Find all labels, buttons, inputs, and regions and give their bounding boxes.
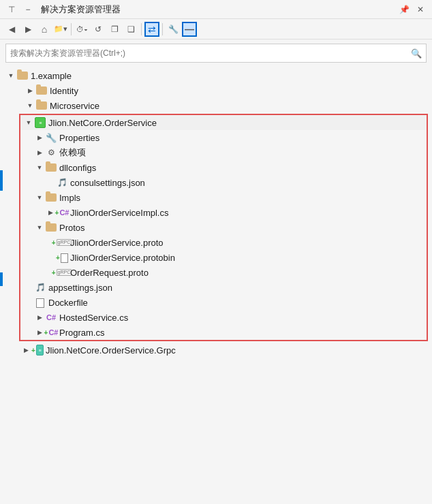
tree-item-microservice[interactable]: ▼ Microservice [0,98,432,113]
title-bar-right-icons: 📌 ✕ [397,2,428,17]
tree-item-proto1[interactable]: + gRPC JlionOrderService.proto [20,235,427,250]
tree-item-solution[interactable]: ▼ 1.example [0,68,432,83]
back-button[interactable]: ◀ [4,22,19,37]
pin-icon[interactable]: ⊤ [4,2,19,17]
plus-badge3: + [56,254,60,262]
program-label: Program.cs [59,328,104,338]
solution-tree: ▼ 1.example ▶ Identity ▼ Microservice [0,67,432,504]
expand-dllconfigs-icon[interactable]: ▼ [34,162,45,173]
expand-microservice-icon[interactable]: ▼ [25,100,35,111]
tree-item-appsettings[interactable]: 🎵 appsettings.json [20,280,427,295]
appsettings-json-icon: 🎵 [34,282,46,293]
divider3 [162,23,163,35]
proto1-label: JlionOrderService.proto [70,238,164,248]
appsettings-label: appsettings.json [48,283,112,293]
plus-badge5: + [44,329,48,336]
expand-impls-icon[interactable]: ▼ [34,192,45,203]
ordergrpc-project-icon: + ≡ [31,345,44,356]
proto2-grpc-icon: + gRPC [56,267,68,278]
title-bar-left-icons: ⊤ − [4,2,35,17]
ordergrpc-label: Jlion.NetCore.OrderService.Grpc [46,345,176,356]
minimize-icon[interactable]: − [20,2,35,17]
tree-item-dllconfigs[interactable]: ▼ dllconfigs [20,160,427,175]
search-bar[interactable]: 🔍 [5,44,427,63]
tree-item-hostedservice[interactable]: ▶ C# HostedService.cs [20,310,427,325]
grpc-badge2: gRPC [57,269,72,276]
refresh-button[interactable]: ↺ [91,22,106,37]
search-container: 🔍 [0,40,432,67]
protos-folder-icon [45,222,57,233]
microservice-folder-icon [35,100,48,111]
title-bar: ⊤ − 解决方案资源管理器 📌 ✕ [0,0,432,19]
settings-button[interactable]: 🔧 [166,22,181,37]
tree-item-protobin[interactable]: + JlionOrderService.protobin [20,250,427,265]
expand-identity-icon[interactable]: ▶ [25,85,35,96]
protobin-label: JlionOrderService.protobin [70,253,175,263]
plus-badge4: + [52,269,56,277]
proto2-label: OrderRequest.proto [70,268,149,278]
sync-button[interactable]: ⇄ [144,22,159,37]
minimize-button[interactable]: — [182,22,197,37]
consulsettings-json-icon: 🎵 [56,177,68,188]
properties-wrench-icon: 🔧 [45,132,57,143]
dllconfigs-folder-icon [45,162,57,173]
plus-badge2: + [52,239,56,247]
solution-explorer-panel: ⊤ − 解决方案资源管理器 📌 ✕ ◀ ▶ ⌂ 📁▾ ⏱▾ ↺ ❐ ❑ ⇄ 🔧 … [0,0,432,504]
tree-item-program[interactable]: ▶ + C# Program.cs [20,325,427,340]
tree-item-properties[interactable]: ▶ 🔧 Properties [20,130,427,145]
home-button[interactable]: ⌂ [37,22,52,37]
proto1-grpc-icon: + gRPC [56,237,68,248]
orderservice-label: Jlion.NetCore.OrderService [48,118,157,128]
tree-item-impls[interactable]: ▼ Impls [20,190,427,205]
consulsettings-label: consulsettings.json [70,178,145,188]
tree-item-orderservice[interactable]: ▼ ≡ Jlion.NetCore.OrderService [20,115,427,130]
copy-button[interactable]: ❐ [107,22,122,37]
deps-label: 依赖项 [59,146,86,159]
divider2 [141,23,142,35]
properties-label: Properties [59,133,99,143]
tree-item-orderserviceimpl[interactable]: ▶ + C# JlionOrderServiceImpl.cs [20,205,427,220]
expand-orderservice-icon[interactable]: ▼ [23,117,34,128]
protobin-icon: + [56,252,68,263]
history-button[interactable]: ⏱▾ [74,22,89,37]
solution-label: 1.example [31,71,72,81]
dockerfile-icon [34,297,46,308]
orderserviceimpl-icon: + C# [56,207,68,218]
identity-folder-icon [35,85,48,96]
search-input[interactable] [10,48,411,58]
expand-solution-icon[interactable]: ▼ [5,70,16,81]
expand-protos-icon[interactable]: ▼ [34,222,45,233]
expand-ordergrpc-icon[interactable]: ▶ [20,345,31,356]
divider1 [71,23,72,35]
identity-label: Identity [50,86,78,96]
impls-label: Impls [59,193,80,203]
tree-item-ordergrpc[interactable]: ▶ + ≡ Jlion.NetCore.OrderService.Grpc [0,343,432,358]
expand-deps-icon[interactable]: ▶ [34,147,45,158]
folder-button[interactable]: 📁▾ [53,22,68,37]
expand-properties-icon[interactable]: ▶ [34,132,45,143]
forward-button[interactable]: ▶ [20,22,35,37]
program-icon: + C# [45,327,57,338]
tree-item-dockerfile[interactable]: Dockerfile [20,295,427,310]
dllconfigs-label: dllconfigs [59,163,96,173]
hostedservice-label: HostedService.cs [59,313,128,323]
tree-item-deps[interactable]: ▶ ⚙ 依赖项 [20,145,427,160]
left-indicator-2 [0,272,3,286]
close-panel-button[interactable]: ✕ [413,2,428,17]
tree-item-protos[interactable]: ▼ Protos [20,220,427,235]
tree-item-consulsettings[interactable]: 🎵 consulsettings.json [20,175,427,190]
search-icon: 🔍 [411,48,422,59]
grpc-badge1: gRPC [57,239,72,246]
solution-folder-icon [16,70,29,81]
plus-badge: + [55,209,59,217]
orderserviceimpl-label: JlionOrderServiceImpl.cs [70,208,169,218]
toolbar: ◀ ▶ ⌂ 📁▾ ⏱▾ ↺ ❐ ❑ ⇄ 🔧 — [0,19,432,40]
pin-button[interactable]: 📌 [397,2,412,17]
hostedservice-icon: C# [45,312,57,323]
orderservice-project-icon: ≡ [34,117,46,128]
expand-hostedservice-icon[interactable]: ▶ [34,312,45,323]
tree-item-identity[interactable]: ▶ Identity [0,83,432,98]
paste-button[interactable]: ❑ [123,22,138,37]
tree-item-proto2[interactable]: + gRPC OrderRequest.proto [20,265,427,280]
protos-label: Protos [59,223,85,233]
